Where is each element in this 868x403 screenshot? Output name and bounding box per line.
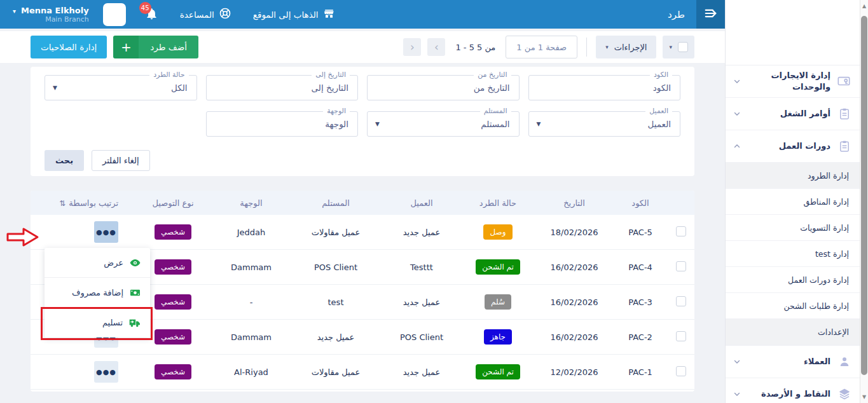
main-content: ▾ الإجراءات ▾ صفحة 1 من 1 1 - 5 من 5 › ‹… — [0, 29, 725, 403]
select-all-checkbox[interactable] — [678, 42, 688, 52]
cell-client: عميل جديد — [383, 297, 460, 307]
filter-field[interactable]: الوجهةالوجهة — [206, 111, 359, 137]
row-menu-item-label: تسليم — [102, 318, 123, 327]
row-checkbox[interactable] — [676, 226, 686, 236]
sidebar-subitem[interactable]: إدارة المناطق — [726, 189, 860, 215]
chevron-down-icon: ▾ — [669, 44, 672, 50]
chevron-down-icon: ▼ — [53, 76, 57, 100]
user-name: Menna Elkholy — [21, 6, 89, 15]
sidebar-subitem[interactable]: إدارة التسويات — [726, 215, 860, 241]
delivery-type-badge: شخصي — [155, 224, 191, 240]
rental-card-icon — [837, 74, 851, 88]
row-menu-item[interactable]: إضافة مصروف — [45, 278, 150, 308]
cell-destination: Dammam — [214, 332, 289, 342]
column-header: الوجهة — [214, 198, 289, 208]
avatar[interactable] — [103, 3, 126, 26]
lifering-icon — [219, 7, 231, 22]
filter-field[interactable]: التاريخ منالتاريخ من — [367, 75, 520, 100]
bell-icon — [145, 13, 158, 22]
cell-client: POS Client — [383, 332, 460, 342]
collapse-menu-icon — [704, 6, 718, 22]
search-button[interactable]: بحث — [45, 150, 84, 171]
sidebar-subitem[interactable]: إدارة الطرود — [726, 163, 860, 189]
clipboard-icon — [837, 140, 851, 153]
table-header: الكودالتاريخحالة الطردالعميلالمستلمالوجه… — [31, 191, 694, 215]
add-package-button[interactable]: أضف طرد + — [113, 36, 198, 58]
sidebar-item[interactable]: النقاط و الأرصدة — [726, 378, 860, 403]
row-actions-button[interactable]: ●●● — [94, 361, 118, 383]
pagination-back-button[interactable]: ‹ — [403, 38, 421, 56]
row-checkbox[interactable] — [676, 331, 686, 341]
pagination-forward-button[interactable]: › — [427, 38, 445, 56]
column-header: حالة الطرد — [460, 198, 535, 208]
filter-field[interactable]: المستلمالمستلم▼ — [367, 111, 520, 137]
filter-field-value: المستلم — [481, 112, 509, 136]
column-header: المستلم — [289, 198, 383, 208]
chevron-down-icon — [733, 110, 741, 118]
go-to-site-link[interactable]: الذهاب إلى الموقع — [253, 8, 335, 22]
toolbar: ▾ الإجراءات ▾ صفحة 1 من 1 1 - 5 من 5 › ‹… — [0, 31, 725, 63]
column-header: نوع التوصيل — [132, 198, 214, 208]
row-checkbox[interactable] — [676, 261, 686, 271]
manage-permissions-button[interactable]: إدارة الصلاحيات — [31, 36, 107, 58]
cell-date: 18/02/2026 — [535, 228, 613, 237]
filter-field[interactable]: حالة الطردالكل▼ — [45, 75, 197, 100]
sidebar-item[interactable]: إدارة الايجارات والوحدات — [726, 65, 860, 98]
cell-date: 12/02/2026 — [535, 367, 613, 377]
scroll-down-icon[interactable]: ▼ — [860, 394, 868, 400]
sidebar-subitem[interactable]: الإعدادات — [726, 319, 860, 345]
red-arrow-annotation — [6, 227, 39, 247]
cell-code: PAC-3 — [613, 297, 668, 307]
chevron-down-icon: ▼ — [375, 112, 380, 136]
filter-field[interactable]: الكودالكود — [528, 75, 681, 100]
column-header: الكود — [613, 198, 668, 208]
divider — [586, 38, 587, 57]
row-menu-item-label: إضافة مصروف — [72, 288, 123, 297]
row-checkbox[interactable] — [676, 296, 686, 306]
sort-icon[interactable]: ⇅ — [59, 199, 65, 208]
column-header: التاريخ — [535, 198, 613, 208]
cell-code: PAC-1 — [613, 367, 668, 377]
sidebar-toggle-button[interactable] — [696, 0, 725, 29]
sidebar-item-label: إدارة الايجارات والوحدات — [747, 70, 830, 92]
page-indicator: صفحة 1 من 1 — [506, 36, 577, 58]
filter-field[interactable]: التاريخ إلىالتاريخ إلى — [206, 75, 359, 100]
clear-filter-button[interactable]: إلغاء الفلتر — [92, 150, 150, 171]
actions-label: الإجراءات — [614, 43, 647, 52]
delivery-type-badge: شخصي — [155, 259, 191, 275]
filter-field[interactable]: العميلالعميل▼ — [528, 111, 681, 137]
cell-recipient: عميل مقاولات — [289, 367, 383, 377]
sidebar-subitem[interactable]: إدارة test — [726, 241, 860, 267]
row-menu-item[interactable]: عرض — [45, 248, 150, 278]
user-menu[interactable]: Menna Elkholy Main Branch ▾ — [13, 6, 89, 24]
sidebar-subitem[interactable]: إدارة طلبات الشحن — [726, 293, 860, 319]
sidebar-subitem[interactable]: إدارة دورات العمل — [726, 267, 860, 293]
scrollbar-thumb[interactable] — [861, 16, 867, 375]
select-all-dropdown[interactable]: ▾ — [663, 36, 694, 58]
chevron-down-icon: ▼ — [537, 112, 541, 136]
sidebar-item[interactable]: أوامر الشغل — [726, 98, 860, 130]
chevron-down-icon: ▾ — [13, 8, 16, 15]
actions-dropdown-button[interactable]: الإجراءات ▾ — [596, 36, 656, 58]
store-icon — [323, 8, 335, 22]
cell-recipient: POS Client — [289, 263, 383, 272]
sidebar-item-label: العملاء — [747, 356, 830, 367]
row-menu-item[interactable]: تسليم — [45, 308, 150, 338]
help-link[interactable]: المساعدة — [180, 7, 231, 22]
cell-recipient: عميل جديد — [289, 332, 383, 342]
scroll-up-icon[interactable]: ▲ — [860, 3, 868, 9]
status-badge: جاهز — [484, 329, 512, 345]
filter-field-value: التاريخ إلى — [312, 76, 348, 100]
row-actions-button[interactable]: ●●● — [94, 221, 118, 243]
sidebar-item[interactable]: العملاء — [726, 346, 860, 378]
notifications-button[interactable]: 45 — [145, 7, 158, 22]
go-to-site-label: الذهاب إلى الموقع — [253, 10, 319, 20]
filter-field-value: الكود — [653, 76, 671, 100]
cell-client: عميل جديد — [383, 228, 460, 237]
status-badge: سُلم — [485, 294, 511, 310]
page-scrollbar[interactable]: ▲ ▼ — [860, 0, 868, 403]
delivery-type-badge: شخصي — [155, 364, 191, 379]
column-header[interactable]: ترتيب بواسطة⇅ — [31, 198, 132, 208]
row-checkbox[interactable] — [676, 366, 686, 376]
sidebar-item[interactable]: دورات العمل — [726, 130, 860, 163]
